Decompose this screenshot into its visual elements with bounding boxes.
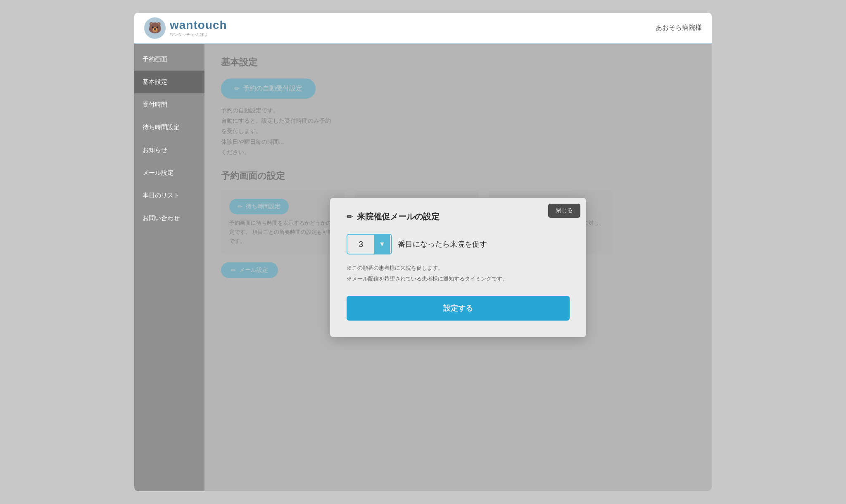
modal-select-row: ▼ 番目になったら来院を促す bbox=[347, 234, 570, 254]
modal-note2: ※メール配信を希望されている患者様に通知するタイミングです。 bbox=[347, 273, 570, 284]
modal-notes: ※この順番の患者様に来院を促します。 ※メール配信を希望されている患者様に通知す… bbox=[347, 263, 570, 284]
modal-dropdown-arrow[interactable]: ▼ bbox=[374, 235, 390, 254]
sidebar-item-uketsuke-jikan[interactable]: 受付時間 bbox=[134, 93, 204, 116]
modal-number-input[interactable] bbox=[347, 235, 374, 253]
main-content: 基本設定 予約の自動受付設定 予約の自動設定です。 自動にすると、設定した受付時… bbox=[204, 44, 712, 491]
modal-note1: ※この順番の患者様に来院を促します。 bbox=[347, 263, 570, 273]
modal-title: ✏ 来院催促メールの設定 bbox=[347, 211, 570, 222]
sidebar-item-oshirase[interactable]: お知らせ bbox=[134, 139, 204, 162]
sidebar-item-machijikan-settei[interactable]: 待ち時間設定 bbox=[134, 116, 204, 139]
hospital-name: あおそら病院様 bbox=[656, 24, 702, 32]
modal-select-label: 番目になったら来院を促す bbox=[398, 239, 487, 249]
modal: 閉じる ✏ 来院催促メールの設定 ▼ 番目になったら来院を促す ※この順番の患 bbox=[330, 198, 586, 337]
sidebar-item-mail-settei[interactable]: メール設定 bbox=[134, 162, 204, 184]
sidebar-item-yoyaku-gamen[interactable]: 予約画面 bbox=[134, 48, 204, 71]
modal-overlay: 閉じる ✏ 来院催促メールの設定 ▼ 番目になったら来院を促す ※この順番の患 bbox=[204, 44, 712, 491]
modal-select-wrapper: ▼ bbox=[347, 234, 392, 254]
logo-text: wantouch bbox=[170, 19, 227, 32]
modal-submit-button[interactable]: 設定する bbox=[347, 296, 570, 321]
logo-emoji: 🐻 bbox=[148, 21, 162, 34]
sidebar-item-kihon-settei[interactable]: 基本設定 bbox=[134, 71, 204, 93]
modal-title-text: 来院催促メールの設定 bbox=[357, 211, 440, 222]
modal-pencil-icon: ✏ bbox=[347, 212, 353, 221]
logo-icon: 🐻 bbox=[144, 17, 166, 39]
body: 予約画面 基本設定 受付時間 待ち時間設定 お知らせ メール設定 本日のリスト … bbox=[134, 44, 712, 491]
app-frame: 🐻 wantouch ワンタッチ かんぽよ あおそら病院様 予約画面 基本設定 … bbox=[134, 12, 712, 492]
modal-close-button[interactable]: 閉じる bbox=[548, 204, 580, 218]
sidebar-item-honjitsu-list[interactable]: 本日のリスト bbox=[134, 184, 204, 207]
logo-sub: ワンタッチ かんぽよ bbox=[170, 32, 227, 38]
header: 🐻 wantouch ワンタッチ かんぽよ あおそら病院様 bbox=[134, 13, 712, 44]
sidebar: 予約画面 基本設定 受付時間 待ち時間設定 お知らせ メール設定 本日のリスト … bbox=[134, 44, 204, 491]
header-logo: 🐻 wantouch ワンタッチ かんぽよ bbox=[144, 17, 227, 39]
sidebar-item-otoiawase[interactable]: お問い合わせ bbox=[134, 207, 204, 230]
